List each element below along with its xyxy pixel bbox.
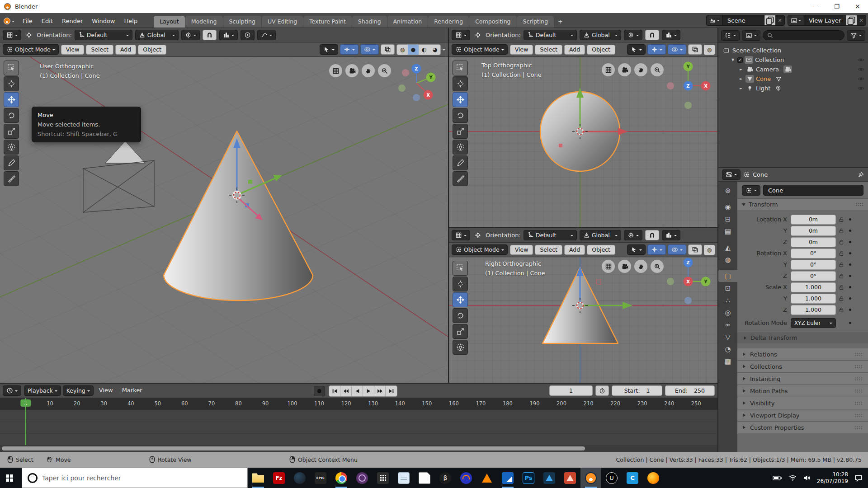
taskbar-app-affinity-publisher[interactable]	[560, 468, 580, 488]
tool-move-button[interactable]	[4, 92, 19, 107]
tool-scale-button[interactable]	[453, 324, 468, 339]
add-workspace-button[interactable]: +	[554, 16, 566, 28]
viewport-canvas-main[interactable]: Z Y X User Orthographic (1) Collection |…	[0, 57, 448, 383]
eye-icon[interactable]	[858, 56, 864, 63]
tool-transform-button[interactable]	[453, 140, 468, 155]
taskbar-app-chrome[interactable]	[331, 468, 352, 488]
shading-wireframe-button[interactable]: ◍	[704, 45, 715, 55]
scene-selector[interactable]: Scene ✕	[706, 15, 785, 26]
xray-toggle[interactable]	[688, 244, 702, 255]
panel-instancing[interactable]: Instancing	[737, 372, 868, 385]
animate-dot[interactable]	[847, 275, 853, 277]
play-reverse-button[interactable]	[352, 386, 363, 396]
cone-object[interactable]	[164, 131, 313, 300]
panel-grip[interactable]	[854, 352, 863, 357]
ruler-frame-130[interactable]: 130	[368, 400, 378, 407]
viewport-camera-button[interactable]	[618, 260, 631, 273]
properties-tab-constraints[interactable]: ∞	[718, 319, 737, 331]
overlays-toggle[interactable]	[668, 244, 686, 255]
transform-value-field[interactable]: 1.000	[791, 294, 836, 304]
view-layer-selector[interactable]: View Layer ✕	[788, 15, 866, 26]
animate-dot[interactable]	[847, 218, 853, 221]
panel-grip[interactable]	[854, 389, 863, 393]
ruler-frame-20[interactable]: 20	[74, 400, 80, 407]
snap-target-dropdown[interactable]	[624, 30, 642, 40]
viewport-menu-add[interactable]: Add	[564, 45, 585, 55]
lock-open-icon[interactable]	[836, 296, 847, 302]
outliner-row-cone[interactable]: ►Cone	[718, 74, 868, 84]
expander-icon[interactable]: ►	[738, 67, 744, 71]
taskbar-app-file-explorer[interactable]	[248, 468, 269, 488]
camera-object[interactable]	[83, 141, 154, 212]
navigation-gizmo[interactable]: Y Z X	[667, 62, 711, 109]
taskbar-app-tor-browser[interactable]	[352, 468, 373, 488]
pivot-dropdown[interactable]: Global	[135, 30, 179, 40]
viewport-grid-button[interactable]	[602, 260, 615, 273]
snap-magnet-toggle[interactable]	[645, 30, 659, 40]
current-frame-field[interactable]: 1	[549, 385, 593, 396]
minimize-button[interactable]: —	[806, 0, 826, 13]
lock-open-icon[interactable]	[836, 239, 847, 245]
record-button[interactable]	[314, 386, 325, 396]
tab-sculpting[interactable]: Sculpting	[223, 16, 261, 28]
properties-tab-object-data[interactable]: ▽	[718, 331, 737, 343]
editor-type-button[interactable]	[721, 30, 740, 41]
viewport-canvas-right[interactable]: Z X Y Right Orthographic (1) Collection …	[449, 257, 717, 383]
eye-icon[interactable]	[858, 75, 864, 82]
animate-dot[interactable]	[847, 241, 853, 243]
properties-tab-material[interactable]: ◔	[718, 343, 737, 355]
ruler-frame-10[interactable]: 10	[47, 400, 53, 407]
viewport-menu-view[interactable]: View	[510, 245, 533, 255]
lock-open-icon[interactable]	[836, 262, 847, 268]
visibility-dropdown[interactable]	[320, 44, 338, 55]
transform-panel-header[interactable]: Transform	[737, 198, 868, 210]
ruler-frame-250[interactable]: 250	[691, 400, 701, 407]
ruler-frame-110[interactable]: 110	[314, 400, 324, 407]
properties-tab-object[interactable]: ▢	[718, 270, 737, 282]
clock[interactable]: 10:28 26/07/2019	[817, 471, 848, 485]
tool-select-box-button[interactable]	[453, 61, 468, 75]
outliner-row-scene-collection[interactable]: Scene Collection	[718, 46, 868, 55]
lock-open-icon[interactable]	[836, 284, 847, 291]
playhead[interactable]	[25, 398, 26, 445]
panel-grip[interactable]	[854, 426, 863, 430]
lock-open-icon[interactable]	[836, 228, 847, 234]
expander-icon[interactable]: ►	[738, 86, 744, 90]
gizmos-toggle[interactable]	[340, 44, 359, 55]
ruler-frame-50[interactable]: 50	[154, 400, 161, 407]
tool-cursor-button[interactable]	[4, 76, 19, 91]
taskbar-app-design-tool[interactable]	[497, 468, 518, 488]
transform-value-field[interactable]: 0m	[791, 226, 836, 236]
panel-viewport-display[interactable]: Viewport Display	[737, 409, 868, 421]
display-mode-dropdown[interactable]	[742, 30, 760, 41]
ruler-frame-170[interactable]: 170	[476, 400, 486, 407]
pivot-dropdown[interactable]: Global	[580, 230, 621, 240]
tool-measure-button[interactable]	[453, 171, 468, 186]
panel-visibility[interactable]: Visibility	[737, 397, 868, 409]
viewport-hand-button[interactable]	[634, 63, 647, 76]
jump-last-button[interactable]	[386, 386, 397, 396]
orientation-dropdown[interactable]: Default	[75, 30, 132, 40]
tool-rotate-button[interactable]	[453, 108, 468, 123]
shading-solid-button[interactable]: ●	[408, 45, 419, 55]
viewport-menu-add[interactable]: Add	[115, 45, 136, 55]
ruler-frame-120[interactable]: 120	[341, 400, 351, 407]
viewport-menu-view[interactable]: View	[61, 45, 85, 55]
taskbar-app-photoshop[interactable]: Ps	[518, 468, 539, 488]
editor-type-button[interactable]	[3, 30, 21, 40]
animate-dot[interactable]	[847, 252, 853, 254]
visibility-dropdown[interactable]	[627, 44, 646, 55]
mode-dropdown[interactable]: Object Mode	[3, 44, 59, 55]
shading-wireframe-button[interactable]: ◍	[397, 45, 408, 55]
properties-tab-texture[interactable]: ▦	[718, 355, 737, 367]
jump-first-button[interactable]	[329, 386, 340, 396]
ruler-frame-80[interactable]: 80	[235, 400, 242, 407]
panel-grip[interactable]	[854, 401, 863, 405]
viewport-grid-button[interactable]	[329, 64, 342, 77]
animate-dot[interactable]	[847, 297, 853, 300]
menu-file[interactable]: File	[18, 16, 37, 26]
transform-value-field[interactable]: 0m	[791, 237, 836, 247]
tool-rotate-button[interactable]	[453, 308, 468, 323]
prev-key-button[interactable]	[340, 386, 352, 396]
panel-collections[interactable]: Collections	[737, 360, 868, 372]
